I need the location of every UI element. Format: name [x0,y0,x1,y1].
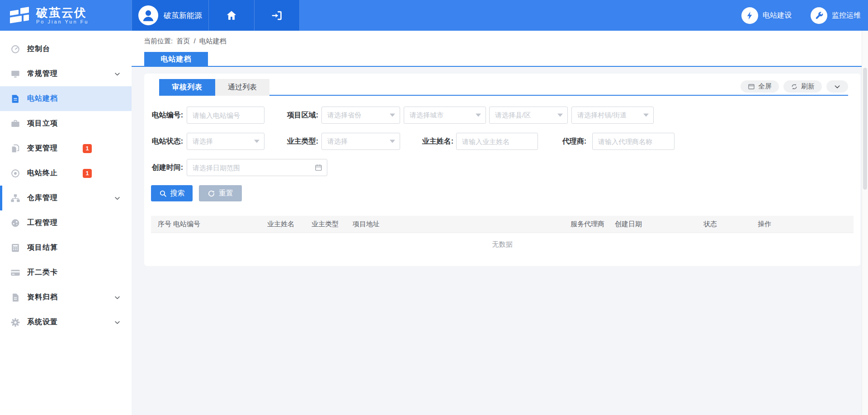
owner-name-input[interactable] [457,133,538,149]
breadcrumb-label: 当前位置: [144,37,173,45]
chevron-down-icon [834,83,841,90]
brand-subtitle: Po Jian Yun Fu [36,19,89,25]
main-panel: 审核列表 通过列表 全屏 刷新 电站编号: 项目区域: 请选择省 [144,74,860,266]
caret-down-icon [557,114,563,117]
col-index: 序号 [158,220,173,228]
home-button[interactable] [209,0,255,31]
sidebar-item-change-mgmt[interactable]: 变更管理 1 [0,136,132,161]
sidebar-item-engineering-mgmt[interactable]: 工程管理 [0,210,132,235]
town-select[interactable]: 请选择村镇/街道 [571,107,654,124]
monitor-icon [10,69,20,79]
chevron-down-icon [114,70,121,77]
app-root: 破茧云伏 Po Jian Yun Fu 破茧新能源 [0,0,868,415]
page-scrollbar[interactable] [862,31,868,415]
logout-button[interactable] [255,0,300,31]
created-time-label: 创建时间: [151,159,183,176]
caret-down-icon [390,114,395,117]
sidebar-item-console[interactable]: 控制台 [0,37,132,61]
top-bar: 破茧云伏 Po Jian Yun Fu 破茧新能源 [0,0,868,31]
search-icon [159,190,167,197]
user-icon [139,6,157,24]
badge-count: 1 [83,169,92,178]
chevron-down-icon [114,195,121,201]
sidebar-item-warehouse-mgmt[interactable]: 仓库管理 [0,186,132,210]
fullscreen-button[interactable]: 全屏 [741,80,779,93]
file-icon [10,293,20,303]
sidebar-item-station-terminate[interactable]: 电站终止 1 [0,161,132,186]
chevron-down-icon [114,319,121,326]
page-tab[interactable]: 电站建档 [144,52,208,67]
province-select[interactable]: 请选择省份 [321,107,400,124]
sidebar-item-system-settings[interactable]: 系统设置 [0,310,132,335]
brand-logo-icon [9,6,30,25]
panel-tabs: 审核列表 通过列表 [159,79,269,96]
caret-down-icon [254,140,259,143]
nav-station-build[interactable]: 电站建设 [741,7,792,24]
home-icon [226,9,237,21]
station-no-label: 电站编号: [151,107,183,124]
col-owner-type: 业主类型 [311,220,353,228]
reset-icon [208,190,215,197]
refresh-button[interactable]: 刷新 [783,80,822,93]
sidebar: 控制台 常规管理 电站建档 项目立项 [0,31,132,415]
wrench-icon [811,7,827,24]
top-bar-middle: 破茧新能源 [132,0,300,31]
owner-name-field [456,133,538,150]
filter-row-1: 电站编号: 项目区域: 请选择省份 请选择城市 请选择县/区 请选择村镇/街道 [144,107,860,124]
lightning-icon [741,7,758,24]
top-nav: 电站建设 监控运维 [741,0,868,31]
breadcrumb-current: 电站建档 [199,37,226,45]
tab-passed-list[interactable]: 通过列表 [215,79,269,96]
station-status-select[interactable]: 请选择 [187,133,264,150]
nav-station-build-label: 电站建设 [763,11,792,20]
fullscreen-icon [748,83,755,90]
breadcrumb: 当前位置: 首页 / 电站建档 [144,37,228,46]
county-select[interactable]: 请选择县/区 [489,107,568,124]
nav-monitor-ops-label: 监控运维 [832,11,861,20]
sidebar-item-project-settlement[interactable]: 项目结算 [0,235,132,260]
search-button[interactable]: 搜索 [151,185,193,201]
col-status: 状态 [703,220,758,228]
sidebar-item-data-archive[interactable]: 资料归档 [0,285,132,310]
avatar [138,5,158,25]
table-header: 序号 电站编号 业主姓名 业主类型 项目地址 服务代理商 创建日期 状态 操作 [151,216,854,233]
company-name: 破茧新能源 [164,10,202,21]
owner-type-label: 业主类型: [287,133,318,150]
col-station-no: 电站编号 [173,220,267,228]
agent-field [592,133,675,150]
city-select[interactable]: 请选择城市 [404,107,486,124]
agent-input[interactable] [593,133,674,149]
date-range-input[interactable] [187,159,327,176]
collapse-button[interactable] [826,80,848,93]
user-menu[interactable]: 破茧新能源 [132,0,209,31]
reset-label: 重置 [219,189,233,198]
gauge-icon [10,218,20,228]
owner-name-label: 业主姓名: [422,133,453,150]
reset-button[interactable]: 重置 [199,185,242,201]
sidebar-item-open-card[interactable]: 开二类卡 [0,260,132,285]
fullscreen-label: 全屏 [758,82,772,91]
col-owner-name: 业主姓名 [267,220,311,228]
sidebar-item-general-mgmt[interactable]: 常规管理 [0,61,132,86]
sidebar-item-station-archive[interactable]: 电站建档 [0,86,132,111]
badge-count: 1 [83,144,92,153]
agent-label: 代理商: [555,133,586,150]
active-indicator-bar [0,186,2,210]
owner-type-select[interactable]: 请选择 [321,133,400,150]
calculator-icon [10,243,20,253]
breadcrumb-home[interactable]: 首页 [176,37,190,45]
tab-review-list[interactable]: 审核列表 [159,79,215,96]
station-no-input[interactable] [187,107,264,123]
col-service-agent: 服务代理商 [571,220,615,228]
date-range-field [187,159,327,176]
caret-down-icon [390,140,395,143]
briefcase-icon [10,119,20,129]
credit-card-icon [10,268,20,278]
nav-monitor-ops[interactable]: 监控运维 [811,7,861,24]
breadcrumb-separator: / [194,37,196,45]
scrollbar-thumb[interactable] [863,68,867,190]
sitemap-icon [10,193,20,203]
refresh-icon [791,83,798,90]
sidebar-item-project-initiation[interactable]: 项目立项 [0,111,132,136]
brand-title: 破茧云伏 [36,6,89,19]
